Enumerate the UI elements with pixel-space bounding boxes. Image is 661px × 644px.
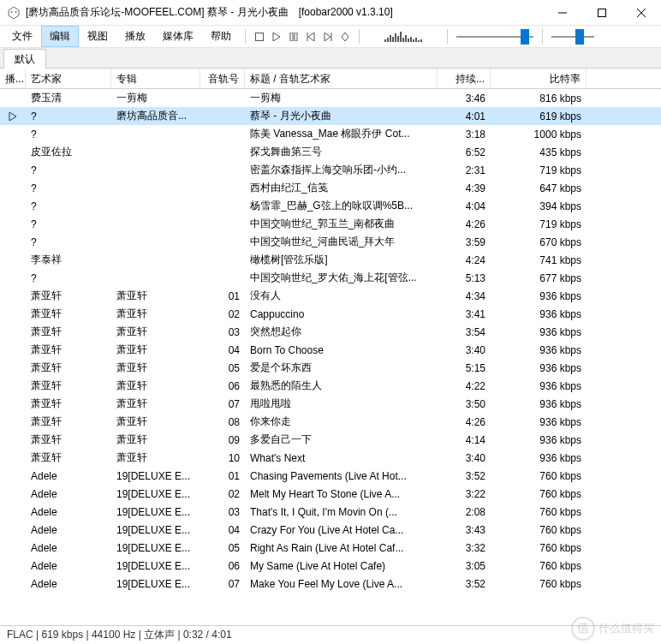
table-row[interactable]: ?西村由纪江_信笺4:39647 kbps [0,179,661,197]
cell-bitrate: 936 kbps [491,344,587,356]
close-button[interactable] [622,0,661,26]
cell-duration: 4:39 [438,182,491,194]
header-playing[interactable]: 播... [0,69,26,88]
table-row[interactable]: Adele19[DELUXE E...02Melt My Heart To St… [0,485,661,503]
playing-indicator-icon [0,112,26,121]
random-button[interactable] [336,26,354,47]
table-row[interactable]: Adele19[DELUXE E...05Right As Rain (Live… [0,539,661,557]
svg-marker-7 [273,33,280,41]
header-duration[interactable]: 持续... [438,69,491,88]
table-row[interactable]: 萧亚轩萧亚轩09多爱自己一下4:14936 kbps [0,431,661,449]
table-row[interactable]: 萧亚轩萧亚轩06最熟悉的陌生人4:22936 kbps [0,377,661,395]
cell-trackno: 10 [200,452,245,464]
table-row[interactable]: ?磨坊高品质音...蔡琴 - 月光小夜曲4:01619 kbps [0,107,661,125]
separator [542,29,543,44]
cell-artist: ? [26,182,111,194]
table-row[interactable]: 费玉清一剪梅一剪梅3:46816 kbps [0,89,661,107]
header-artist[interactable]: 艺术家 [26,69,111,88]
svg-marker-11 [308,33,314,41]
table-row[interactable]: ?中国交响世纪_郭玉兰_南都夜曲4:26719 kbps [0,215,661,233]
cell-title: That's It, I Quit, I'm Movin On (... [245,506,438,518]
cell-album: 萧亚轩 [111,289,200,303]
table-row[interactable]: 萧亚轩萧亚轩03突然想起你3:54936 kbps [0,323,661,341]
header-bitrate[interactable]: 比特率 [491,69,587,88]
cell-duration: 5:13 [438,272,491,284]
next-button[interactable] [319,26,336,47]
header-album[interactable]: 专辑 [111,69,200,88]
table-row[interactable]: 萧亚轩萧亚轩08你来你走4:26936 kbps [0,413,661,431]
header-trackno[interactable]: 音轨号 [200,69,245,88]
table-row[interactable]: ?密盖尔森指挥上海交响乐团-小约...2:31719 kbps [0,161,661,179]
watermark-text: 什么值得买 [598,621,654,636]
cell-artist: ? [26,200,111,212]
watermark-icon: 值 [571,617,595,641]
table-row[interactable]: 皮亚佐拉探戈舞曲第三号6:52435 kbps [0,143,661,161]
cell-duration: 3:46 [438,92,491,104]
cell-album: 萧亚轩 [111,414,200,429]
volume-slider[interactable] [551,26,594,47]
cell-title: 最熟悉的陌生人 [245,379,438,393]
cell-artist: 萧亚轩 [26,397,111,411]
prev-button[interactable] [302,26,319,47]
cell-trackno: 01 [200,290,245,302]
cell-duration: 3:43 [438,524,491,536]
play-button[interactable] [268,26,285,47]
menu-library[interactable]: 媒体库 [154,26,202,47]
cell-artist: 李泰祥 [26,253,111,267]
cell-bitrate: 619 kbps [491,110,587,122]
table-row[interactable]: ?中国交响世纪_罗大佑_海上花[管弦...5:13677 kbps [0,269,661,287]
cell-title: Right As Rain (Live At Hotel Caf... [245,542,438,554]
menu-playback[interactable]: 播放 [116,26,154,47]
tab-default[interactable]: 默认 [3,49,46,69]
cell-duration: 3:18 [438,128,491,140]
menu-edit[interactable]: 编辑 [41,26,79,47]
cell-artist: Adele [26,560,111,572]
menu-help[interactable]: 帮助 [202,26,240,47]
table-row[interactable]: Adele19[DELUXE E...06My Same (Live At Ho… [0,557,661,575]
pause-button[interactable] [285,26,302,47]
cell-title: 爱是个坏东西 [245,361,438,375]
table-row[interactable]: ?陈美 Vanessa_Mae 棉眼乔伊 Cot...3:181000 kbps [0,125,661,143]
table-row[interactable]: 李泰祥橄榄树[管弦乐版]4:24741 kbps [0,251,661,269]
table-row[interactable]: 萧亚轩萧亚轩02Cappuccino3:41936 kbps [0,305,661,323]
table-row[interactable]: ?杨雪霏_巴赫_G弦上的咏叹调%5B...4:04394 kbps [0,197,661,215]
cell-album: 19[DELUXE E... [111,542,200,554]
cell-album: 19[DELUXE E... [111,470,200,482]
window-title: [磨坊高品质音乐论坛-MOOFEEL.COM] 蔡琴 - 月光小夜曲 [foob… [26,5,543,20]
cell-trackno: 03 [200,506,245,518]
cell-title: 橄榄树[管弦乐版] [245,253,438,267]
cell-title: 西村由纪江_信笺 [245,181,438,195]
table-row[interactable]: Adele19[DELUXE E...07Make You Feel My Lo… [0,575,661,593]
maximize-button[interactable] [582,0,622,26]
status-text: FLAC | 619 kbps | 44100 Hz | 立体声 | 0:32 … [7,628,232,642]
cell-title: 多爱自己一下 [245,432,438,447]
menu-view[interactable]: 视图 [79,26,116,47]
visualizer[interactable] [365,26,442,47]
table-row[interactable]: 萧亚轩萧亚轩05爱是个坏东西5:15936 kbps [0,359,661,377]
table-row[interactable]: Adele19[DELUXE E...01Chasing Pavements (… [0,467,661,485]
playlist[interactable]: 费玉清一剪梅一剪梅3:46816 kbps?磨坊高品质音...蔡琴 - 月光小夜… [0,89,661,593]
cell-bitrate: 936 kbps [491,290,587,302]
table-row[interactable]: Adele19[DELUXE E...03That's It, I Quit, … [0,503,661,521]
cell-duration: 3:59 [438,236,491,248]
cell-bitrate: 647 kbps [491,182,587,194]
svg-rect-9 [295,33,297,41]
stop-button[interactable] [251,26,268,47]
table-row[interactable]: Adele19[DELUXE E...04Crazy For You (Live… [0,521,661,539]
cell-artist: ? [26,218,111,230]
cell-album: 萧亚轩 [111,397,200,411]
table-row[interactable]: 萧亚轩萧亚轩07甩啦甩啦3:50936 kbps [0,395,661,413]
table-row[interactable]: ?中国交响世纪_河曲民谣_拜大年3:59670 kbps [0,233,661,251]
cell-title: My Same (Live At Hotel Cafe) [245,560,438,572]
table-row[interactable]: 萧亚轩萧亚轩04Born To Choose3:40936 kbps [0,341,661,359]
cell-trackno: 04 [200,524,245,536]
menu-file[interactable]: 文件 [3,26,41,47]
minimize-button[interactable] [543,0,582,26]
table-row[interactable]: 萧亚轩萧亚轩10What's Next3:40936 kbps [0,449,661,467]
cell-bitrate: 936 kbps [491,398,587,410]
svg-marker-15 [9,112,16,121]
header-title[interactable]: 标题 / 音轨艺术家 [245,69,438,88]
cell-trackno: 01 [200,470,245,482]
table-row[interactable]: 萧亚轩萧亚轩01没有人4:34936 kbps [0,287,661,305]
seek-slider[interactable] [456,26,533,47]
